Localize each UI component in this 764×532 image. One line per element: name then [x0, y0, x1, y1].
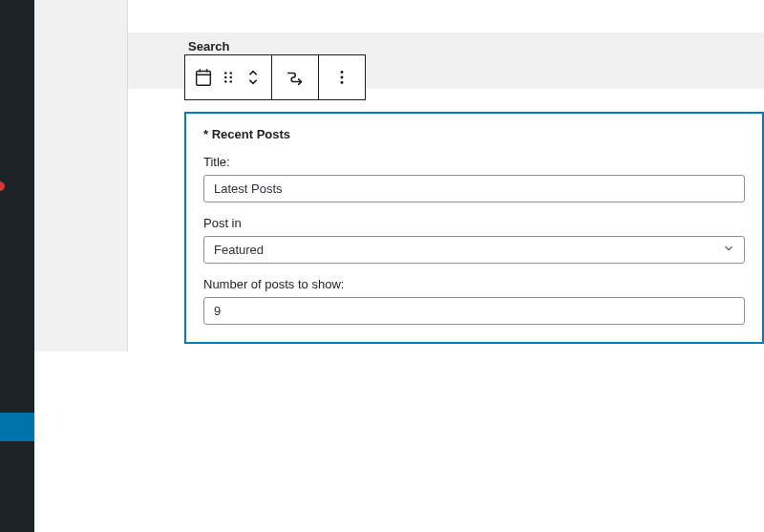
left-gray-panel — [34, 0, 128, 351]
move-up-down-icon[interactable] — [241, 55, 265, 99]
svg-point-11 — [341, 76, 344, 79]
svg-point-5 — [229, 72, 232, 74]
title-label: Title: — [203, 155, 745, 169]
recent-posts-widget-block[interactable]: * Recent Posts Title: Post in Featured N… — [184, 112, 764, 344]
svg-point-9 — [229, 80, 232, 83]
main-content: Search — [34, 0, 764, 532]
svg-point-10 — [341, 71, 344, 74]
title-input[interactable] — [203, 175, 745, 202]
postin-select[interactable]: Featured — [203, 236, 745, 264]
more-options-icon[interactable] — [325, 55, 359, 99]
block-toolbar — [184, 54, 366, 100]
svg-point-6 — [224, 76, 227, 79]
legacy-widget-icon[interactable] — [191, 55, 216, 99]
numposts-input[interactable] — [203, 297, 745, 325]
svg-rect-0 — [197, 72, 211, 86]
collapse-menu-button[interactable] — [0, 413, 34, 441]
svg-point-8 — [224, 80, 227, 83]
svg-point-7 — [229, 76, 232, 79]
move-to-widget-area-icon[interactable] — [278, 55, 312, 99]
widget-area-title: Search — [188, 39, 229, 53]
notification-dot-icon — [0, 181, 5, 191]
svg-point-4 — [224, 72, 227, 74]
admin-sidebar — [0, 0, 34, 532]
drag-handle-icon[interactable] — [216, 55, 241, 99]
svg-point-12 — [341, 81, 344, 84]
postin-label: Post in — [203, 216, 745, 230]
numposts-label: Number of posts to show: — [203, 277, 745, 291]
widget-title: * Recent Posts — [203, 127, 745, 141]
